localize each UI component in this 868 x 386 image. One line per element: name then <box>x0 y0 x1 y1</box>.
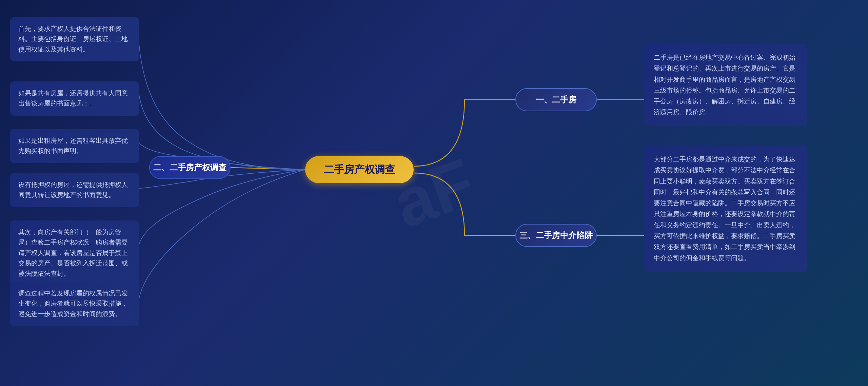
right-node-1-label: 一、二手房 <box>536 94 576 105</box>
right-text-box-2: 大部分二手房都是通过中介来成交的，为了快速达成买卖协议好提取中介费，部分不法中介… <box>644 146 807 272</box>
left-text-box-2: 如果是共有房屋，还需提供共有人同意出售该房屋的书面意见；。 <box>10 81 139 116</box>
right-node-2-label: 三、二手房中介陷阱 <box>519 230 593 241</box>
left-text-box-4: 设有抵押权的房屋，还需提供抵押权人同意其转让该房地产的书面意见。 <box>10 173 139 207</box>
left-secondary-node: 二、二手房产权调查 <box>149 156 231 179</box>
ltb2-text: 如果是共有房屋，还需提供共有人同意出售该房屋的书面意见；。 <box>18 90 128 107</box>
right-node-1: 一、二手房 <box>515 88 597 111</box>
ltb1-text: 首先，要求产权人提供合法证件和资料。主要包括身份证、房屋权证、土地使用权证以及其… <box>18 25 128 53</box>
ltb5-text: 其次，向房产有关部门（一般为房管局）查验二手房产权状况。购房者需要请产权人调查，… <box>18 229 128 277</box>
left-text-box-3: 如果是出租房屋，还需租客出具放弃优先购买权的书面声明; <box>10 129 139 163</box>
content-layer: 首先，要求产权人提供合法证件和资料。主要包括身份证、房屋权证、土地使用权证以及其… <box>0 0 868 386</box>
ltb6-text: 调查过程中若发现房屋的权属情况已发生变化，购房者就可以尽快采取措施，避免进一步造… <box>18 290 128 317</box>
right-text-box-1: 二手房是已经在房地产交易中心备过案、完成初始登记和总登记的、再次上市进行交易的房… <box>644 44 807 126</box>
right-node-2: 三、二手房中介陷阱 <box>515 224 597 247</box>
rtb2-text: 大部分二手房都是通过中介来成交的，为了快速达成买卖协议好提取中介费，部分不法中介… <box>654 156 795 262</box>
left-text-box-5: 其次，向房产有关部门（一般为房管局）查验二手房产权状况。购房者需要请产权人调查，… <box>10 220 139 286</box>
rtb1-text: 二手房是已经在房地产交易中心备过案、完成初始登记和总登记的、再次上市进行交易的房… <box>654 54 795 116</box>
left-text-box-6: 调查过程中若发现房屋的权属情况已发生变化，购房者就可以尽快采取措施，避免进一步造… <box>10 282 139 326</box>
left-secondary-label: 二、二手房产权调查 <box>153 162 226 173</box>
center-label: 二手房产权调查 <box>324 163 395 177</box>
ltb4-text: 设有抵押权的房屋，还需提供抵押权人同意其转让该房地产的书面意见。 <box>18 181 128 198</box>
ltb3-text: 如果是出租房屋，还需租客出具放弃优先购买权的书面声明; <box>18 137 128 154</box>
left-text-box-1: 首先，要求产权人提供合法证件和资料。主要包括身份证、房屋权证、土地使用权证以及其… <box>10 17 139 61</box>
center-node: 二手房产权调查 <box>305 156 414 183</box>
